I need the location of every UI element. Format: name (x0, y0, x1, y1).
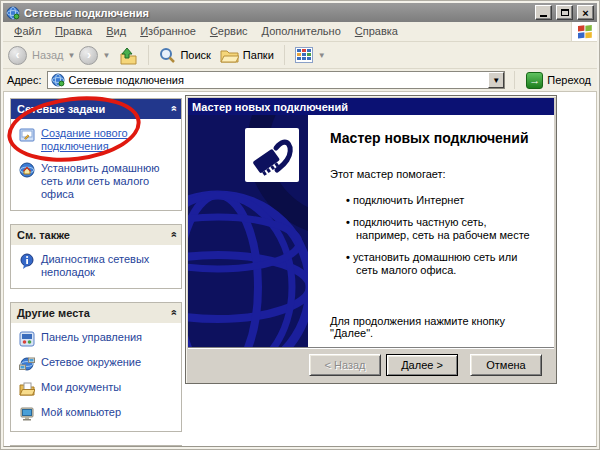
wizard-title: Мастер новых подключений (192, 101, 348, 113)
chevron-up-icon[interactable]: » (166, 106, 178, 111)
go-button-label: Переход (547, 74, 591, 86)
network-places-icon (19, 356, 35, 372)
panel-details: Подробно » Сетевые подключения Системная… (10, 445, 182, 447)
wizard-bullet-list: подключить Интернет подключить частную с… (346, 194, 538, 277)
menu-help[interactable]: Справка (348, 22, 405, 41)
folders-button-label: Папки (243, 49, 274, 61)
go-arrow-icon: → (526, 72, 543, 89)
chevron-up-icon[interactable]: » (166, 232, 178, 237)
title-bar: Сетевые подключения × (3, 3, 597, 22)
bullet-item: установить домашнюю сеть или сеть малого… (346, 251, 538, 277)
menu-bar: Файл Правка Вид Избранное Сервис Дополни… (3, 22, 597, 42)
panel-title: Другие места (17, 307, 90, 319)
panel-see-also: См. также » Диагностика с (10, 224, 182, 289)
home-network-icon (19, 162, 35, 178)
menu-view[interactable]: Вид (99, 22, 133, 41)
views-button[interactable]: ▼ (292, 47, 330, 63)
search-button[interactable]: Поиск (156, 47, 213, 64)
wizard-heading: Мастер новых подключений (330, 130, 538, 146)
wizard-footer-note: Для продолжения нажмите кнопку "Далее". (330, 315, 538, 339)
views-icon (295, 47, 313, 63)
task-label[interactable]: Создание нового подключения (41, 127, 175, 153)
wizard-title-bar[interactable]: Мастер новых подключений (188, 98, 554, 115)
link-my-documents[interactable]: Мои документы (19, 381, 175, 397)
go-button[interactable]: → Переход (524, 72, 593, 89)
link-my-computer[interactable]: Мой компьютер (19, 406, 175, 422)
address-bar: Адрес: Сетевые подключения ▼ → Переход (3, 69, 597, 92)
network-globe-icon (51, 73, 65, 87)
link-control-panel[interactable]: Панель управления (19, 331, 175, 347)
wizard-button-row: < Назад Далее > Отмена (188, 347, 554, 381)
control-panel-icon (19, 331, 35, 347)
link-network-places[interactable]: Сетевое окружение (19, 356, 175, 372)
chevron-up-icon[interactable]: » (166, 310, 178, 315)
explorer-window: Сетевые подключения × Файл Правка Вид Из… (0, 0, 600, 450)
next-wizard-button[interactable]: Далее > (386, 354, 458, 376)
panel-header-network-tasks[interactable]: Сетевые задачи » (11, 99, 181, 119)
views-dropdown-icon[interactable]: ▼ (318, 51, 326, 60)
address-value: Сетевые подключения (69, 74, 184, 86)
folder-view: Сетевые задачи » Создание нового подключ… (3, 92, 597, 447)
back-button[interactable]: ‹ (8, 46, 27, 65)
forward-button[interactable]: › (79, 46, 98, 65)
link-label[interactable]: Диагностика сетевых неполадок (41, 253, 175, 279)
search-button-label: Поиск (180, 49, 210, 61)
search-icon (159, 47, 176, 64)
task-create-new-connection[interactable]: Создание нового подключения (19, 127, 175, 153)
folders-button[interactable]: Папки (217, 47, 277, 63)
forward-dropdown-icon[interactable]: ▼ (102, 51, 110, 60)
close-button[interactable]: × (577, 5, 594, 20)
panel-title: Сетевые задачи (17, 103, 105, 115)
panel-other-places: Другие места » Панель упр (10, 302, 182, 432)
toolbar: ‹ Назад ▼ › ▼ Поиск Папки (3, 42, 597, 69)
link-network-diagnostics[interactable]: Диагностика сетевых неполадок (19, 253, 175, 279)
new-connection-wizard-icon (19, 127, 35, 143)
window-title: Сетевые подключения (24, 7, 531, 19)
link-label[interactable]: Мой компьютер (41, 406, 121, 419)
panel-title: См. также (17, 229, 70, 241)
task-pane-sidebar: Сетевые задачи » Создание нового подключ… (10, 98, 182, 447)
menu-edit[interactable]: Правка (48, 22, 99, 41)
bullet-item: подключить Интернет (346, 194, 538, 207)
wizard-intro-text: Этот мастер помогает: (330, 168, 538, 180)
up-folder-icon (117, 46, 138, 65)
back-wizard-button[interactable]: < Назад (309, 354, 381, 376)
menu-file[interactable]: Файл (7, 22, 48, 41)
menu-advanced[interactable]: Дополнительно (255, 22, 348, 41)
my-computer-icon (19, 406, 35, 422)
address-dropdown-button[interactable]: ▼ (488, 72, 504, 88)
menu-tools[interactable]: Сервис (203, 22, 255, 41)
panel-network-tasks: Сетевые задачи » Создание нового подключ… (10, 98, 182, 211)
panel-header-details[interactable]: Подробно » (11, 446, 181, 447)
link-label[interactable]: Мои документы (41, 381, 121, 394)
panel-header-other-places[interactable]: Другие места » (11, 303, 181, 323)
task-label[interactable]: Установить домашнюю сеть или сеть малого… (41, 162, 175, 201)
network-globe-icon (6, 6, 20, 20)
menu-favorites[interactable]: Избранное (133, 22, 203, 41)
new-connection-wizard-dialog: Мастер новых подключений (185, 95, 557, 384)
address-input[interactable]: Сетевые подключения ▼ (47, 71, 506, 89)
wizard-watermark-panel (188, 115, 308, 347)
up-button[interactable] (114, 46, 141, 65)
wizard-content: Мастер новых подключений Этот мастер пом… (308, 115, 554, 347)
task-setup-home-network[interactable]: Установить домашнюю сеть или сеть малого… (19, 162, 175, 201)
minimize-button[interactable] (535, 5, 552, 20)
link-label[interactable]: Сетевое окружение (41, 356, 141, 369)
bullet-item: подключить частную сеть, например, сеть … (346, 216, 538, 242)
panel-header-see-also[interactable]: См. также » (11, 225, 181, 245)
back-button-label: Назад (32, 49, 64, 61)
folders-icon (220, 47, 239, 63)
cancel-wizard-button[interactable]: Отмена (470, 354, 542, 376)
windows-flag-icon (571, 22, 597, 41)
back-dropdown-icon[interactable]: ▼ (68, 51, 76, 60)
connection-plug-icon (245, 128, 299, 182)
address-label: Адрес: (7, 74, 42, 86)
link-label[interactable]: Панель управления (41, 331, 142, 344)
info-balloon-icon (19, 253, 35, 269)
my-documents-folder-icon (19, 381, 35, 397)
maximize-button[interactable] (556, 5, 573, 20)
